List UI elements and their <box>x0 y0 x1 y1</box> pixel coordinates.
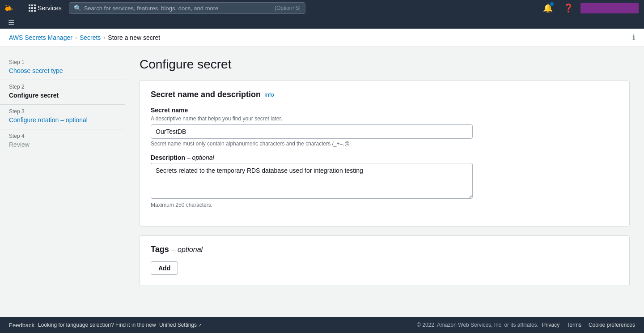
description-textarea[interactable]: Secrets related to the temporary RDS dat… <box>151 163 473 199</box>
breadcrumb: AWS Secrets Manager › Secrets › Store a … <box>0 29 644 47</box>
grid-icon <box>29 4 36 12</box>
cookie-link[interactable]: Cookie preferences <box>589 322 635 328</box>
privacy-link[interactable]: Privacy <box>542 322 559 328</box>
account-button[interactable] <box>580 3 639 13</box>
page-info-button[interactable]: ℹ <box>632 33 635 42</box>
breadcrumb-separator-2: › <box>103 34 105 41</box>
breadcrumb-current: Store a new secret <box>108 34 160 41</box>
description-optional-label: – optional <box>187 154 214 161</box>
description-char-limit: Maximum 250 characters. <box>151 202 619 208</box>
step-2-item: Step 2 Configure secret <box>0 80 125 105</box>
add-tag-button[interactable]: Add <box>151 261 178 275</box>
sidebar: Step 1 Choose secret type Step 2 Configu… <box>0 47 125 317</box>
step-4-item: Step 4 Review <box>0 129 125 154</box>
search-bar: 🔍 [Option+S] <box>69 2 305 14</box>
description-group: Description – optional Secrets related t… <box>151 154 619 208</box>
secret-name-validation: Secret name must only contain alphanumer… <box>151 141 619 147</box>
search-icon: 🔍 <box>74 4 81 12</box>
aws-logo: aws <box>5 4 20 13</box>
external-link-icon: ↗ <box>198 323 202 328</box>
page-title: Configure secret <box>140 57 630 72</box>
secret-name-card-body: Secret name and description Info Secret … <box>140 81 629 226</box>
secret-name-input[interactable] <box>151 124 473 139</box>
services-label: Services <box>38 4 62 12</box>
top-navigation: aws Services 🔍 [Option+S] 🔔 ❓ <box>0 0 644 16</box>
step-1-label: Step 1 <box>9 59 116 65</box>
footer: Feedback Looking for language selection?… <box>0 317 644 333</box>
footer-links: Privacy Terms Cookie preferences <box>542 322 635 328</box>
unified-settings-link[interactable]: Unified Settings ↗ <box>159 322 202 328</box>
secret-name-group: Secret name A descriptive name that help… <box>151 107 619 147</box>
hamburger-menu[interactable]: ☰ <box>5 17 17 28</box>
breadcrumb-link-secrets-manager[interactable]: AWS Secrets Manager <box>9 34 72 41</box>
help-button[interactable]: ❓ <box>560 1 577 15</box>
terms-link[interactable]: Terms <box>567 322 581 328</box>
step-3-item: Step 3 Configure rotation – optional <box>0 105 125 129</box>
step-3-label: Step 3 <box>9 108 116 115</box>
feedback-link[interactable]: Feedback <box>9 322 34 329</box>
tags-optional-label: – optional <box>172 246 203 254</box>
main-layout: Step 1 Choose secret type Step 2 Configu… <box>0 47 644 317</box>
breadcrumb-link-secrets[interactable]: Secrets <box>80 34 101 41</box>
secret-name-card-title: Secret name and description Info <box>151 90 619 99</box>
search-input[interactable] <box>84 5 272 12</box>
svg-text:aws: aws <box>7 7 13 11</box>
tags-card-body: Tags – optional Add <box>140 236 629 286</box>
secret-name-label: Secret name <box>151 107 619 114</box>
step-1-item: Step 1 Choose secret type <box>0 56 125 80</box>
breadcrumb-separator-1: › <box>75 34 77 41</box>
secret-name-info-link[interactable]: Info <box>264 91 274 98</box>
tags-title: Tags – optional <box>151 245 619 254</box>
secret-name-title-text: Secret name and description <box>151 90 261 99</box>
notifications-button[interactable]: 🔔 <box>539 1 556 15</box>
step-4-title: Review <box>9 141 30 148</box>
step-2-label: Step 2 <box>9 84 116 90</box>
content-area: Configure secret Secret name and descrip… <box>125 47 644 317</box>
description-label: Description – optional <box>151 154 619 161</box>
step-2-title: Configure secret <box>9 92 59 99</box>
services-button[interactable]: Services <box>25 3 65 13</box>
tags-title-text: Tags <box>151 245 169 254</box>
tags-card: Tags – optional Add <box>140 235 630 286</box>
secret-name-card: Secret name and description Info Secret … <box>140 81 630 226</box>
footer-copyright: © 2022, Amazon Web Services, Inc. or its… <box>417 322 538 328</box>
step-1-title[interactable]: Choose secret type <box>9 67 63 74</box>
step-4-label: Step 4 <box>9 133 116 139</box>
secret-name-hint: A descriptive name that helps you find y… <box>151 115 619 122</box>
secondary-navigation: ☰ <box>0 16 644 29</box>
footer-unified-text: Looking for language selection? Find it … <box>38 322 413 328</box>
step-3-title[interactable]: Configure rotation – optional <box>9 116 88 124</box>
notification-dot <box>550 2 554 6</box>
search-shortcut: [Option+S] <box>275 5 301 11</box>
